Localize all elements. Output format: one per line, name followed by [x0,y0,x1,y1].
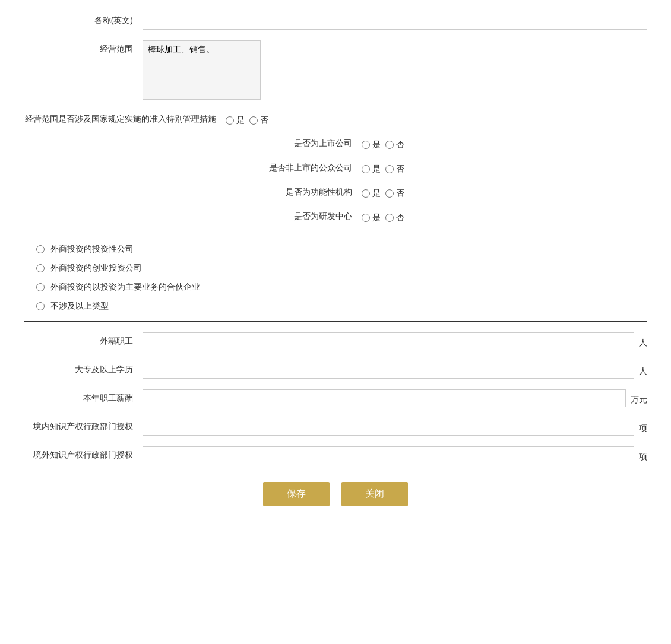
non-listed-public-label: 是否非上市的公众公司 [267,163,362,173]
foreign-employees-label: 外籍职工 [24,332,143,347]
special-management-no-radio[interactable] [249,116,258,125]
investment-option-1-radio[interactable] [36,245,45,253]
foreign-employees-row: 外籍职工 人 [24,332,647,350]
investment-type-box: 外商投资的投资性公司 外商投资的创业投资公司 外商投资的以投资为主要业务的合伙企… [24,234,647,322]
domestic-ip-input[interactable] [143,418,634,436]
special-management-label: 经营范围是否涉及国家规定实施的准入特别管理措施 [24,114,226,125]
domestic-ip-input-group: 项 [143,418,647,436]
investment-option-4-row: 不涉及以上类型 [36,301,635,312]
annual-salary-row: 本年职工薪酬 万元 [24,389,647,407]
foreign-employees-input-group: 人 [143,332,647,350]
special-management-row: 经营范围是否涉及国家规定实施的准入特别管理措施 是 否 [24,112,647,126]
business-scope-textarea[interactable]: 棒球加工、销售。 [143,40,261,100]
investment-option-2-row: 外商投资的创业投资公司 [36,263,635,274]
non-listed-no-label: 否 [396,164,404,175]
foreign-ip-unit: 项 [634,448,647,462]
foreign-ip-row: 境外知识产权行政部门授权 项 [24,446,647,464]
business-scope-label: 经营范围 [24,40,143,55]
functional-no-label: 否 [396,188,404,199]
listed-yes-label: 是 [372,139,381,150]
special-management-yes-item[interactable]: 是 [226,115,245,126]
listed-no-item[interactable]: 否 [385,139,404,150]
listed-no-radio[interactable] [385,141,394,149]
non-listed-no-item[interactable]: 否 [385,164,404,175]
listed-yes-radio[interactable] [362,141,370,149]
college-degree-unit: 人 [634,363,647,377]
business-scope-row: 经营范围 棒球加工、销售。 [24,40,647,101]
foreign-ip-input-group: 项 [143,446,647,464]
non-listed-public-row: 是否非上市的公众公司 是 否 [24,161,647,175]
button-row: 保存 关闭 [24,482,647,506]
close-button[interactable]: 关闭 [341,482,408,506]
college-degree-row: 大专及以上学历 人 [24,361,647,379]
functional-yes-label: 是 [372,188,381,199]
rd-center-label: 是否为研发中心 [267,211,362,222]
foreign-employees-unit: 人 [634,334,647,348]
college-degree-input-group: 人 [143,361,647,379]
listed-company-radio-group: 是 否 [362,137,404,150]
listed-company-label: 是否为上市公司 [267,138,362,149]
foreign-ip-input[interactable] [143,446,634,464]
non-listed-yes-item[interactable]: 是 [362,164,381,175]
domestic-ip-row: 境内知识产权行政部门授权 项 [24,418,647,436]
listed-yes-item[interactable]: 是 [362,139,381,150]
rd-no-item[interactable]: 否 [385,212,404,223]
listed-company-row: 是否为上市公司 是 否 [24,137,647,150]
special-management-no-item[interactable]: 否 [249,115,268,126]
special-management-yes-radio[interactable] [226,116,234,125]
non-listed-no-radio[interactable] [385,165,394,173]
business-scope-wrapper: 棒球加工、销售。 [143,40,647,101]
rd-center-row: 是否为研发中心 是 否 [24,210,647,223]
annual-salary-input[interactable] [143,389,626,407]
non-listed-public-radio-group: 是 否 [362,161,404,175]
name-en-row: 各称(英文) [24,12,647,30]
functional-yes-radio[interactable] [362,189,370,198]
non-listed-yes-radio[interactable] [362,165,370,173]
annual-salary-unit: 万元 [626,391,647,405]
rd-yes-radio[interactable] [362,214,370,222]
investment-option-3-row: 外商投资的以投资为主要业务的合伙企业 [36,282,635,293]
college-degree-input[interactable] [143,361,634,379]
listed-no-label: 否 [396,139,404,150]
investment-option-4-label: 不涉及以上类型 [50,301,109,312]
rd-yes-label: 是 [372,212,381,223]
name-en-label: 各称(英文) [24,12,143,26]
special-management-radio-group: 是 否 [226,112,268,126]
functional-yes-item[interactable]: 是 [362,188,381,199]
annual-salary-label: 本年职工薪酬 [24,389,143,404]
rd-no-label: 否 [396,212,404,223]
special-management-no-label: 否 [260,115,268,126]
functional-org-label: 是否为功能性机构 [267,187,362,198]
investment-option-3-label: 外商投资的以投资为主要业务的合伙企业 [50,282,200,293]
foreign-employees-input[interactable] [143,332,634,350]
investment-option-1-row: 外商投资的投资性公司 [36,244,635,255]
rd-yes-item[interactable]: 是 [362,212,381,223]
functional-org-radio-group: 是 否 [362,185,404,199]
investment-option-3-radio[interactable] [36,283,45,291]
foreign-ip-label: 境外知识产权行政部门授权 [24,446,143,461]
name-en-input[interactable] [143,12,647,30]
college-degree-label: 大专及以上学历 [24,361,143,375]
investment-option-1-label: 外商投资的投资性公司 [50,244,134,255]
domestic-ip-label: 境内知识产权行政部门授权 [24,418,143,432]
investment-option-4-radio[interactable] [36,302,45,310]
investment-option-2-label: 外商投资的创业投资公司 [50,263,142,274]
save-button[interactable]: 保存 [263,482,330,506]
domestic-ip-unit: 项 [634,420,647,434]
functional-org-row: 是否为功能性机构 是 否 [24,185,647,199]
investment-option-2-radio[interactable] [36,264,45,272]
functional-no-radio[interactable] [385,189,394,198]
form-container: 各称(英文) 经营范围 棒球加工、销售。 经营范围是否涉及国家规定实施的准入特别… [24,12,647,506]
special-management-yes-label: 是 [236,115,245,126]
rd-no-radio[interactable] [385,214,394,222]
non-listed-yes-label: 是 [372,164,381,175]
annual-salary-input-group: 万元 [143,389,647,407]
rd-center-radio-group: 是 否 [362,210,404,223]
functional-no-item[interactable]: 否 [385,188,404,199]
